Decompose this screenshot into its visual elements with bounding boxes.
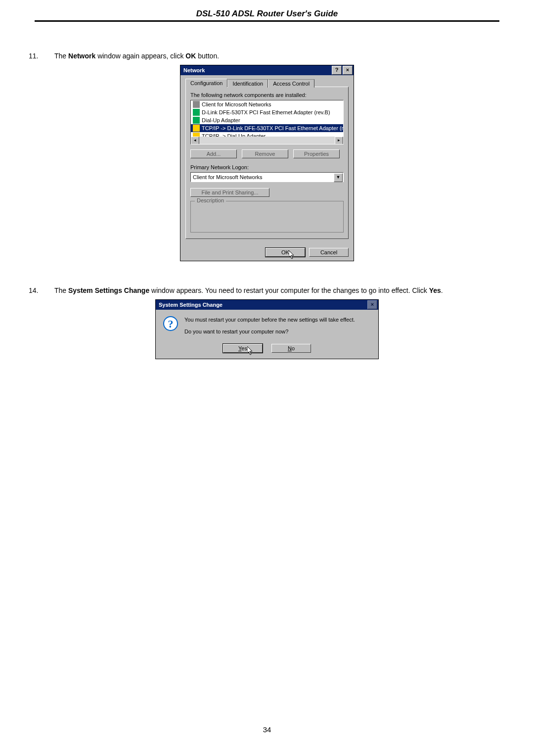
installed-label: The following network components are ins… xyxy=(190,92,344,98)
dialog-title: Network xyxy=(183,65,331,75)
question-icon: ? xyxy=(163,316,178,331)
chevron-down-icon[interactable]: ▼ xyxy=(334,173,343,182)
svg-marker-3 xyxy=(247,346,252,355)
cursor-icon xyxy=(247,346,254,355)
properties-button[interactable]: Properties xyxy=(293,149,340,158)
tab-configuration[interactable]: Configuration xyxy=(185,79,227,87)
titlebar[interactable]: Network ? × xyxy=(180,65,354,75)
tab-identification[interactable]: Identification xyxy=(227,79,268,88)
components-listbox[interactable]: Client for Microsoft Networks D-Link DFE… xyxy=(190,100,344,144)
list-item[interactable]: Client for Microsoft Networks xyxy=(191,100,343,108)
primary-logon-label: Primary Network Logon: xyxy=(190,164,344,170)
svg-text:?: ? xyxy=(168,318,174,330)
adapter-icon xyxy=(193,109,200,116)
titlebar[interactable]: System Settings Change × xyxy=(156,300,378,310)
file-print-sharing-button[interactable]: File and Print Sharing... xyxy=(190,188,269,197)
client-icon xyxy=(193,101,200,108)
close-button[interactable]: × xyxy=(343,66,353,75)
description-group: Description xyxy=(190,201,344,233)
page-number: 34 xyxy=(35,725,499,734)
close-button[interactable]: × xyxy=(367,300,377,309)
h-scrollbar[interactable]: ◂ ▸ xyxy=(191,137,343,144)
cursor-icon xyxy=(289,250,296,259)
ok-button[interactable]: OK xyxy=(266,248,305,257)
yes-button[interactable]: Yes xyxy=(223,344,263,353)
adapter-icon xyxy=(193,117,200,124)
tab-access-control[interactable]: Access Control xyxy=(268,79,314,88)
primary-logon-combobox[interactable]: Client for Microsoft Networks ▼ xyxy=(190,172,344,182)
svg-marker-0 xyxy=(289,250,294,259)
remove-button[interactable]: Remove xyxy=(242,149,288,158)
network-dialog: Network ? × Configuration Identification… xyxy=(180,65,354,261)
step-11: 11.The Network window again appears, cli… xyxy=(35,51,499,61)
scroll-left-icon[interactable]: ◂ xyxy=(191,137,199,144)
scroll-right-icon[interactable]: ▸ xyxy=(335,137,343,144)
add-button[interactable]: Add... xyxy=(190,149,237,158)
step-14: 14.The System Settings Change window app… xyxy=(35,286,499,295)
protocol-icon xyxy=(193,125,200,132)
list-item[interactable]: Dial-Up Adapter xyxy=(191,116,343,124)
dialog-title: System Settings Change xyxy=(159,300,366,310)
list-item[interactable]: D-Link DFE-530TX PCI Fast Ethernet Adapt… xyxy=(191,108,343,116)
no-button[interactable]: No xyxy=(271,344,311,353)
page-title: DSL-510 ADSL Router User's Guide xyxy=(35,9,499,22)
message-text: You must restart your computer before th… xyxy=(184,316,355,336)
system-settings-change-dialog: System Settings Change × ? You must rest… xyxy=(155,299,379,359)
list-item-selected[interactable]: TCP/IP -> D-Link DFE-530TX PCI Fast Ethe… xyxy=(191,124,343,132)
cancel-button[interactable]: Cancel xyxy=(309,248,349,257)
help-button[interactable]: ? xyxy=(332,66,342,75)
